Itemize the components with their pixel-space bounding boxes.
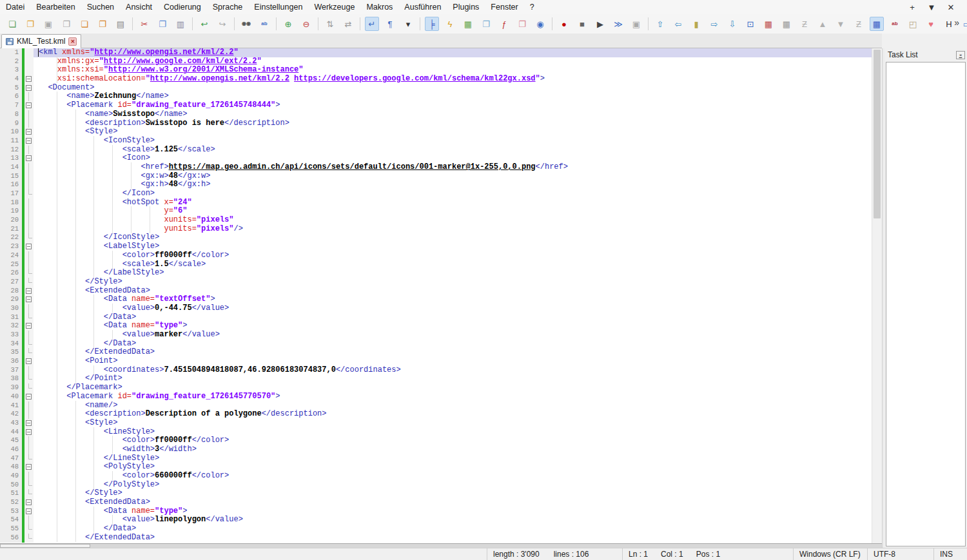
code-line[interactable]: 17 </Icon> bbox=[0, 189, 872, 198]
nav-down-icon[interactable]: ⇩ bbox=[725, 17, 739, 31]
menu-suchen[interactable]: Suchen bbox=[81, 1, 120, 14]
code-line[interactable]: 8 <name>Swisstopo</name> bbox=[0, 110, 872, 119]
nav-forward-icon[interactable]: ⇨ bbox=[707, 17, 721, 31]
code-line[interactable]: 7 <Placemark id="drawing_feature_1726145… bbox=[0, 101, 872, 110]
fold-collapse-icon[interactable] bbox=[24, 287, 34, 296]
code-line[interactable]: 14 <href>https://map.geo.admin.ch/api/ic… bbox=[0, 163, 872, 172]
code-line[interactable]: 20 xunits="pixels" bbox=[0, 216, 872, 225]
monitoring-eye-icon[interactable]: ◉ bbox=[533, 17, 547, 31]
code-line[interactable]: 38 </Point> bbox=[0, 374, 872, 383]
zoom-out-icon[interactable]: ⊖ bbox=[299, 17, 313, 31]
code-line[interactable]: 56 </ExtendedData> bbox=[0, 534, 872, 543]
panel-close-icon[interactable]: × bbox=[956, 51, 965, 59]
fold-collapse-icon[interactable] bbox=[24, 419, 34, 428]
close-all-icon[interactable]: ❐ bbox=[95, 17, 110, 31]
triangle-down-icon[interactable]: ▼ bbox=[834, 17, 848, 31]
chevron-down-icon[interactable]: ▾ bbox=[401, 17, 415, 31]
triangle-up-icon[interactable]: ▲ bbox=[816, 17, 830, 31]
code-line[interactable]: 42 <description>Description of a polygon… bbox=[0, 410, 872, 419]
menu-bearbeiten[interactable]: Bearbeiten bbox=[30, 1, 81, 14]
code-line[interactable]: 2 xmlns:gx="http://www.google.com/kml/ex… bbox=[0, 57, 872, 66]
cut-icon[interactable]: ✂ bbox=[137, 17, 151, 31]
fold-collapse-icon[interactable] bbox=[24, 357, 34, 366]
code-line[interactable]: 31 </Data> bbox=[0, 313, 872, 322]
word-wrap-icon[interactable]: ↵ bbox=[365, 17, 379, 31]
tab-list-button[interactable]: ▼ bbox=[922, 3, 941, 12]
document-list-icon[interactable]: ❐ bbox=[479, 17, 493, 31]
code-line[interactable]: 22 </IconStyle> bbox=[0, 233, 872, 242]
replace-icon[interactable]: ab bbox=[257, 17, 271, 31]
code-line[interactable]: 10 <Style> bbox=[0, 128, 872, 137]
play-macro-icon[interactable]: ▶ bbox=[593, 17, 607, 31]
code-line[interactable]: 53 <Data name="type"> bbox=[0, 507, 872, 516]
menu-fenster[interactable]: Fenster bbox=[485, 1, 523, 14]
code-line[interactable]: 27 </Style> bbox=[0, 278, 872, 287]
zoom-in-icon[interactable]: ⊕ bbox=[281, 17, 295, 31]
code-line[interactable]: 28 <ExtendedData> bbox=[0, 287, 872, 296]
menu-ansicht[interactable]: Ansicht bbox=[120, 1, 158, 14]
add-tab-button[interactable]: + bbox=[903, 3, 922, 12]
save-icon[interactable]: ▣ bbox=[41, 17, 55, 31]
menu-datei[interactable]: Datei bbox=[0, 1, 30, 14]
code-line[interactable]: 50 </PolyStyle> bbox=[0, 481, 872, 490]
copy-icon[interactable]: ❐ bbox=[155, 17, 170, 31]
code-line[interactable]: 44 <LineStyle> bbox=[0, 428, 872, 437]
fold-collapse-icon[interactable] bbox=[24, 101, 34, 110]
record-macro-icon[interactable]: ● bbox=[557, 17, 571, 31]
color-table-icon[interactable]: ▦ bbox=[761, 17, 776, 31]
fold-collapse-icon[interactable] bbox=[24, 84, 34, 93]
show-all-characters-icon[interactable]: ¶ bbox=[383, 17, 397, 31]
code-line[interactable]: 39 </Placemark> bbox=[0, 383, 872, 392]
code-line[interactable]: 5 <Document> bbox=[0, 84, 872, 93]
code-line[interactable]: 19 y="6" bbox=[0, 207, 872, 216]
table-settings-icon[interactable]: ▦ bbox=[779, 17, 794, 31]
code-line[interactable]: 13 <Icon> bbox=[0, 154, 872, 163]
code-line[interactable]: 33 <value>marker</value> bbox=[0, 331, 872, 340]
code-line[interactable]: 48 <PolyStyle> bbox=[0, 463, 872, 472]
fold-collapse-icon[interactable] bbox=[24, 507, 34, 516]
spell-check-icon[interactable]: ab bbox=[888, 17, 902, 31]
nav-up-icon[interactable]: ⇧ bbox=[653, 17, 667, 31]
toolbar-overflow-chevron-icon[interactable]: » bbox=[954, 17, 959, 28]
fold-collapse-icon[interactable] bbox=[24, 137, 34, 146]
expand-fold-icon[interactable]: Ƶ bbox=[852, 17, 866, 31]
fold-collapse-icon[interactable] bbox=[24, 242, 34, 251]
undo-icon[interactable]: ↩ bbox=[197, 17, 211, 31]
fold-collapse-icon[interactable] bbox=[24, 463, 34, 472]
menu-einstellungen[interactable]: Einstellungen bbox=[248, 1, 308, 14]
code-line[interactable]: 45 <color>ff0000ff</color> bbox=[0, 436, 872, 445]
code-line[interactable]: 21 yunits="pixels"/> bbox=[0, 225, 872, 234]
vertical-scrollbar-thumb[interactable] bbox=[874, 50, 881, 218]
code-line[interactable]: 25 <scale>1.5</scale> bbox=[0, 260, 872, 269]
menu-werkzeuge[interactable]: Werkzeuge bbox=[308, 1, 360, 14]
document-map-icon[interactable]: ▦ bbox=[461, 17, 475, 31]
code-line[interactable]: 15 <gx:w>48</gx:w> bbox=[0, 172, 872, 181]
code-line[interactable]: 55 </Data> bbox=[0, 525, 872, 534]
fold-collapse-icon[interactable] bbox=[24, 322, 34, 331]
book-icon[interactable]: ▮ bbox=[689, 17, 703, 31]
save-all-icon[interactable]: ❐ bbox=[59, 17, 73, 31]
fold-collapse-icon[interactable] bbox=[24, 154, 34, 163]
code-line[interactable]: 4 xsi:schemaLocation="http://www.opengis… bbox=[0, 75, 872, 84]
find-icon[interactable]: ◉◉ bbox=[239, 17, 253, 31]
save-macro-icon[interactable]: ▣ bbox=[629, 17, 643, 31]
code-line[interactable]: 18 <hotSpot x="24" bbox=[0, 198, 872, 208]
menu-ausfhren[interactable]: Ausführen bbox=[398, 1, 447, 14]
code-line[interactable]: 47 </LineStyle> bbox=[0, 454, 872, 463]
code-line[interactable]: 24 <color>ff0000ff</color> bbox=[0, 251, 872, 260]
print-icon[interactable]: ▤ bbox=[113, 17, 128, 31]
redo-icon[interactable]: ↪ bbox=[215, 17, 230, 31]
folder-as-workspace-icon[interactable]: ❐ bbox=[515, 17, 529, 31]
fold-collapse-icon[interactable] bbox=[24, 392, 34, 401]
run-macro-multiple-icon[interactable]: ≫ bbox=[611, 17, 625, 31]
close-window-button[interactable]: ✕ bbox=[941, 3, 961, 12]
stop-macro-icon[interactable]: ■ bbox=[575, 17, 589, 31]
csv-lint-icon[interactable]: ▦ bbox=[870, 17, 884, 31]
code-line[interactable]: 37 <coordinates>7.451504894818087,46.928… bbox=[0, 366, 872, 375]
menu-sprache[interactable]: Sprache bbox=[207, 1, 249, 14]
code-line[interactable]: 54 <value>linepolygon</value> bbox=[0, 516, 872, 525]
bookmark-document-icon[interactable]: ⊡ bbox=[743, 17, 757, 31]
code-line[interactable]: 49 <color>660000ff</color> bbox=[0, 472, 872, 481]
horizontal-scrollbar[interactable] bbox=[0, 543, 882, 548]
tab-close-icon[interactable]: ✕ bbox=[68, 37, 77, 46]
